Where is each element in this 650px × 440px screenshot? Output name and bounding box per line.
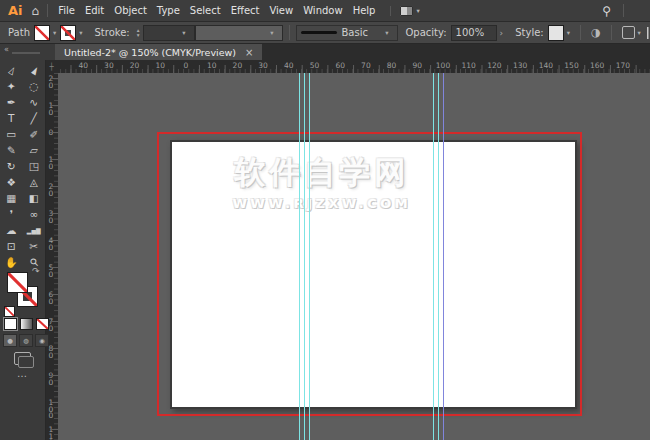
none-button[interactable]: [36, 318, 49, 330]
scale-tool-icon: ◳: [29, 160, 39, 172]
stepper-down-icon[interactable]: ▾: [137, 33, 140, 38]
brush-definition-dropdown[interactable]: Basic ▾: [296, 25, 398, 41]
collapse-panel-icon[interactable]: «: [4, 45, 9, 54]
direct-selection-tool[interactable]: ►: [23, 62, 46, 78]
mesh-tool[interactable]: ▦: [0, 190, 23, 206]
search-icon[interactable]: ⚲: [590, 4, 623, 18]
fill-indicator[interactable]: [7, 272, 28, 293]
perspective-grid-tool[interactable]: ◬: [23, 174, 46, 190]
guide-line[interactable]: [443, 73, 444, 440]
magic-wand-tool[interactable]: ✦: [0, 78, 23, 94]
rotate-tool[interactable]: ↻: [0, 158, 23, 174]
stroke-weight-stepper[interactable]: ▴ ▾: [137, 28, 140, 38]
document-tab-bar: « Untitled-2* @ 150% (CMYK/Preview) ×: [0, 44, 650, 60]
guide-line[interactable]: [299, 73, 300, 440]
default-fill-stroke-icon[interactable]: [4, 306, 15, 317]
swap-fill-stroke-icon[interactable]: ↷: [32, 266, 40, 276]
edit-toolbar-icon[interactable]: …: [0, 368, 45, 379]
selection-tool[interactable]: ▻: [0, 62, 23, 78]
draw-normal-button[interactable]: ●: [3, 334, 17, 347]
line-segment-tool[interactable]: ╱: [23, 110, 46, 126]
menu-view[interactable]: View: [264, 5, 298, 16]
guide-line[interactable]: [433, 73, 434, 440]
curvature-tool[interactable]: ∿: [23, 94, 46, 110]
line-segment-tool-icon: ╱: [31, 112, 37, 124]
shape-builder-tool[interactable]: ❖: [0, 174, 23, 190]
document-tab[interactable]: Untitled-2* @ 150% (CMYK/Preview) ×: [55, 44, 262, 60]
stroke-color-swatch[interactable]: [60, 25, 76, 41]
chevron-down-icon[interactable]: ▾: [53, 29, 56, 37]
screen-mode-icon[interactable]: [14, 352, 31, 365]
h-ruler-label: 130: [513, 61, 527, 70]
vertical-ruler[interactable]: 2 01 001 02 03 04 05 06 07 08 09 01 0 01…: [45, 73, 59, 440]
ruler-origin-box[interactable]: ┼: [45, 60, 58, 74]
pencil-tool[interactable]: ✎: [0, 142, 23, 158]
chevron-down-icon[interactable]: ▾: [638, 29, 641, 37]
column-graph-tool[interactable]: ▂▅▇: [23, 222, 46, 238]
chevron-down-icon[interactable]: ▾: [385, 29, 388, 37]
color-type-buttons: [4, 318, 49, 330]
menu-object[interactable]: Object: [109, 5, 152, 16]
blend-tool[interactable]: ∞: [23, 206, 46, 222]
symbol-sprayer-tool[interactable]: ☁: [0, 222, 23, 238]
mesh-tool-icon: ▦: [6, 192, 16, 204]
hand-tool[interactable]: ✋: [0, 254, 23, 270]
v-ruler-label: 1 0 0: [45, 400, 57, 420]
align-to-selection-icon[interactable]: [622, 26, 635, 39]
graphic-style-swatch[interactable]: [548, 25, 564, 41]
paintbrush-tool[interactable]: ✐: [23, 126, 46, 142]
gradient-button[interactable]: [20, 318, 33, 330]
pen-tool-icon: ✒: [7, 96, 16, 108]
red-rectangle-path[interactable]: [157, 132, 582, 416]
toolbar-dock-header[interactable]: «: [0, 44, 55, 60]
chevron-down-icon[interactable]: ▾: [270, 29, 273, 37]
opacity-field[interactable]: 100%: [451, 25, 497, 41]
none-fill-indicator: [35, 26, 49, 40]
guide-line[interactable]: [309, 73, 310, 440]
menu-window[interactable]: Window: [298, 5, 347, 16]
draw-behind-button[interactable]: ◍: [19, 334, 33, 347]
eraser-tool[interactable]: ▱: [23, 142, 46, 158]
gradient-tool[interactable]: ◧: [23, 190, 46, 206]
menu-file[interactable]: File: [53, 5, 80, 16]
menu-edit[interactable]: Edit: [80, 5, 109, 16]
divider: [623, 4, 624, 17]
recolor-artwork-icon[interactable]: ◑: [591, 26, 601, 39]
pen-tool[interactable]: ✒: [0, 94, 23, 110]
width-profile-dropdown[interactable]: ▾: [195, 25, 283, 41]
opacity-submenu-icon[interactable]: ›: [500, 28, 504, 38]
scale-tool[interactable]: ◳: [23, 158, 46, 174]
drag-grip[interactable]: [12, 52, 40, 54]
artboard-tool-icon: ⊡: [7, 240, 16, 252]
lasso-tool[interactable]: ◌: [23, 78, 46, 94]
fill-color-swatch[interactable]: [34, 25, 50, 41]
horizontal-ruler[interactable]: 4030201001020304050607080901001101201301…: [58, 60, 650, 74]
tools-grid: ▻►✦◌✒∿T╱▭✐✎▱↻◳❖◬▦◧❜∞☁▂▅▇⊡✂✋⚲: [0, 60, 45, 270]
guide-line[interactable]: [304, 73, 305, 440]
menu-type[interactable]: Type: [152, 5, 185, 16]
color-button[interactable]: [4, 318, 17, 330]
draw-inside-button[interactable]: ◉: [35, 334, 49, 347]
home-icon[interactable]: ⌂: [30, 4, 48, 18]
chevron-down-icon[interactable]: ▾: [79, 29, 82, 37]
rectangle-tool[interactable]: ▭: [0, 126, 23, 142]
type-tool[interactable]: T: [0, 110, 23, 126]
v-ruler-label: 1 1 0: [45, 427, 57, 440]
stroke-weight-field[interactable]: ▾: [143, 25, 195, 41]
menu-select[interactable]: Select: [185, 5, 226, 16]
canvas-area[interactable]: 软件自学网 WWW.RJZXW.COM: [58, 73, 650, 440]
close-icon[interactable]: ×: [245, 47, 253, 58]
menu-help[interactable]: Help: [348, 5, 381, 16]
eyedropper-tool[interactable]: ❜: [0, 206, 23, 222]
workspace-switcher[interactable]: ▾: [390, 6, 419, 16]
slice-tool[interactable]: ✂: [23, 238, 46, 254]
guide-line[interactable]: [438, 73, 439, 440]
brush-stroke-preview: [301, 31, 337, 34]
chevron-down-icon[interactable]: ▾: [182, 29, 185, 37]
artboard-tool[interactable]: ⊡: [0, 238, 23, 254]
chevron-down-icon[interactable]: ▾: [567, 29, 570, 37]
menu-effect[interactable]: Effect: [226, 5, 265, 16]
rotate-tool-icon: ↻: [7, 160, 16, 172]
paintbrush-tool-icon: ✐: [29, 128, 38, 140]
eraser-tool-icon: ▱: [30, 144, 38, 156]
